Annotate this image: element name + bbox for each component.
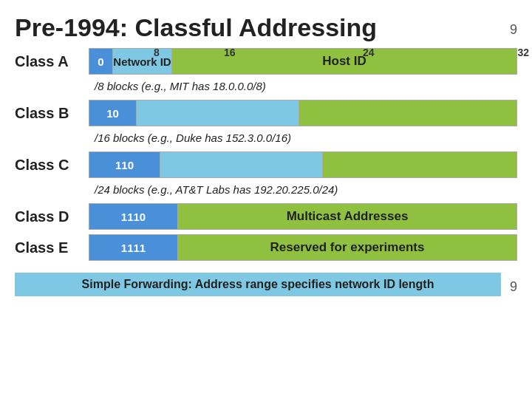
bit-marker-24: 24 — [363, 47, 375, 58]
page: Pre-1994: Classful Addressing 9 8 16 24 … — [0, 0, 532, 399]
class-a-row: Class A 0 Network ID Host ID — [15, 48, 517, 75]
page-number-top: 9 — [510, 22, 517, 38]
class-e-label: Class E — [15, 239, 89, 256]
class-c-label: Class C — [15, 157, 89, 174]
bit-marker-8: 8 — [154, 47, 160, 58]
class-a-prefix: 0 — [89, 49, 113, 74]
class-e-bar: 1111 Reserved for experiments — [89, 234, 517, 261]
title-row: Pre-1994: Classful Addressing 9 — [15, 13, 517, 42]
class-c-bar: 110 — [89, 151, 517, 178]
class-d-bar: 1110 Multicast Addresses — [89, 203, 517, 230]
class-a-label: Class A — [15, 53, 89, 70]
class-b-bar: 10 — [89, 100, 517, 126]
class-b-row: Class B 10 — [15, 100, 517, 126]
class-c-note: /24 blocks (e.g., AT&T Labs has 192.20.2… — [95, 183, 517, 196]
class-b-label: Class B — [15, 105, 89, 122]
class-b-note: /16 blocks (e.g., Duke has 152.3.0.0/16) — [95, 132, 517, 144]
class-a-network: Network ID — [113, 49, 172, 74]
bit-marker-16: 16 — [224, 47, 236, 58]
class-d-label: Class D — [15, 208, 89, 225]
class-b-prefix: 10 — [89, 100, 137, 126]
bottom-banner-wrap: Simple Forwarding: Address range specifi… — [15, 268, 501, 296]
class-a-bar: 0 Network ID Host ID — [89, 48, 517, 75]
bottom-banner: Simple Forwarding: Address range specifi… — [15, 273, 501, 296]
class-a-note: /8 blocks (e.g., MIT has 18.0.0.0/8) — [95, 80, 517, 92]
page-number-bottom: 9 — [501, 279, 517, 296]
class-b-host — [299, 100, 516, 126]
page-title: Pre-1994: Classful Addressing — [15, 13, 377, 42]
class-c-host — [323, 152, 516, 177]
classes-container: Class A 0 Network ID Host ID /8 blocks (… — [15, 48, 517, 261]
class-d-prefix: 1110 — [89, 204, 178, 229]
class-e-prefix: 1111 — [89, 235, 178, 260]
bottom-row: Simple Forwarding: Address range specifi… — [15, 268, 517, 296]
class-c-row: Class C 110 — [15, 151, 517, 178]
class-d-row: Class D 1110 Multicast Addresses — [15, 203, 517, 230]
class-d-content: Multicast Addresses — [178, 204, 516, 229]
class-e-content: Reserved for experiments — [178, 235, 516, 260]
class-c-prefix: 110 — [89, 152, 160, 177]
class-b-network — [137, 100, 299, 126]
class-e-row: Class E 1111 Reserved for experiments — [15, 234, 517, 261]
bit-marker-32: 32 — [517, 47, 529, 58]
class-c-network — [160, 152, 323, 177]
